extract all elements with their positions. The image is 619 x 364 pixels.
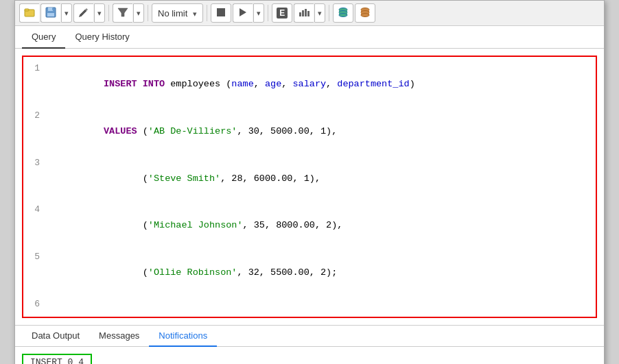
line-number-2: 2	[23, 108, 48, 123]
save-icon	[45, 7, 56, 20]
filter-group	[113, 3, 144, 23]
chart-group	[294, 3, 325, 23]
keyword-values: VALUES	[104, 126, 137, 136]
colname-dept: department_id	[337, 79, 409, 89]
explain-button[interactable]: E	[272, 3, 292, 23]
svg-rect-10	[302, 10, 304, 16]
line-code-3: ('Steve Smith', 28, 6000.00, 1),	[48, 156, 596, 203]
insert-result: INSERT 0 4	[22, 354, 92, 364]
run-group	[233, 3, 264, 23]
colname-salary: salary	[292, 79, 326, 89]
line-code-1: INSERT INTO employees (name, age, salary…	[48, 61, 596, 108]
no-limit-label: No limit	[158, 8, 187, 19]
chart-chevron-icon	[318, 9, 322, 18]
no-limit-chevron-icon	[193, 8, 197, 19]
save-button[interactable]	[40, 3, 60, 23]
run-chevron-icon	[257, 9, 261, 18]
line-code-2: VALUES ('AB De-Villiers', 30, 5000.00, 1…	[48, 108, 596, 156]
tab-data-output[interactable]: Data Output	[22, 326, 89, 347]
chart-icon	[299, 7, 310, 20]
separator-2	[148, 5, 148, 21]
svg-rect-1	[25, 9, 29, 11]
output-content: INSERT 0 4 Query returned successfully i…	[15, 347, 604, 364]
explain-icon: E	[277, 8, 288, 19]
stop-icon	[215, 7, 226, 20]
pencil-icon	[78, 7, 89, 20]
line-number-5: 5	[23, 250, 48, 265]
separator-4	[268, 5, 268, 21]
keyword-insert-into: INSERT INTO	[104, 79, 165, 89]
svg-rect-12	[307, 11, 310, 16]
db-icon-2	[360, 7, 371, 20]
chevron-down-icon	[65, 9, 69, 18]
line-number-1: 1	[23, 61, 48, 76]
edit-dropdown-arrow[interactable]	[94, 3, 105, 23]
svg-rect-4	[47, 13, 54, 16]
run-button[interactable]	[233, 3, 253, 23]
tab-query-history[interactable]: Query History	[65, 26, 139, 49]
toolbar: No limit	[15, 1, 604, 26]
svg-rect-3	[48, 8, 53, 11]
editor-area: 1 INSERT INTO employees (name, age, sala…	[15, 49, 604, 326]
separator-1	[108, 5, 109, 21]
tab-notifications[interactable]: Notifications	[149, 326, 217, 347]
code-line-1: 1 INSERT INTO employees (name, age, sala…	[23, 61, 596, 108]
svg-rect-9	[299, 12, 301, 16]
folder-icon	[24, 7, 35, 20]
code-line-4: 4 ('Michael Johnson', 35, 8000.00, 2),	[23, 202, 596, 250]
svg-rect-5	[52, 8, 54, 10]
line-code-6	[48, 297, 596, 313]
code-line-2: 2 VALUES ('AB De-Villiers', 30, 5000.00,…	[23, 108, 596, 156]
open-folder-button[interactable]	[19, 3, 39, 23]
output-tabs-bar: Data Output Messages Notifications	[15, 326, 604, 347]
code-line-3: 3 ('Steve Smith', 28, 6000.00, 1),	[23, 156, 596, 203]
chevron-down-icon	[137, 9, 141, 18]
filter-button[interactable]	[113, 3, 132, 23]
open-folder-group	[19, 3, 39, 23]
separator-5	[329, 5, 329, 21]
save-dropdown-arrow[interactable]	[61, 3, 72, 23]
db-icon-1	[338, 7, 349, 20]
string-steve: 'Steve Smith'	[148, 173, 220, 184]
chart-button[interactable]	[294, 3, 314, 23]
svg-marker-6	[118, 8, 128, 16]
edit-group	[73, 3, 105, 23]
line-number-6: 6	[23, 297, 48, 312]
query-tabs-bar: Query Query History	[15, 26, 604, 49]
db-button-1[interactable]	[333, 3, 353, 23]
line-number-3: 3	[23, 156, 48, 171]
edit-button[interactable]	[73, 3, 93, 23]
chevron-down-icon	[97, 9, 102, 18]
chart-dropdown-arrow[interactable]	[314, 3, 325, 23]
line-code-4: ('Michael Johnson', 35, 8000.00, 2),	[48, 202, 596, 250]
string-ollie: 'Ollie Robinson'	[148, 267, 237, 278]
run-icon	[237, 7, 248, 20]
svg-point-22	[361, 13, 369, 16]
tab-messages[interactable]: Messages	[89, 326, 149, 347]
svg-point-17	[339, 13, 347, 16]
string-ab: 'AB De-Villiers'	[148, 126, 237, 136]
code-line-5: 5 ('Ollie Robinson', 32, 5500.00, 2);	[23, 250, 596, 297]
svg-rect-7	[217, 8, 225, 16]
svg-rect-11	[305, 9, 307, 16]
string-michael: 'Michael Johnson'	[148, 220, 243, 230]
db-button-2[interactable]	[355, 3, 375, 23]
output-area: Data Output Messages Notifications INSER…	[15, 326, 604, 364]
code-line-6: 6	[23, 297, 596, 313]
save-group	[40, 3, 72, 23]
no-limit-select[interactable]: No limit	[152, 3, 203, 23]
svg-marker-8	[240, 8, 246, 16]
separator-3	[207, 5, 207, 21]
main-window: No limit	[14, 0, 605, 364]
stop-button[interactable]	[211, 3, 231, 23]
line-code-5: ('Ollie Robinson', 32, 5500.00, 2);	[48, 250, 596, 297]
colname-name: name	[231, 79, 253, 89]
code-editor[interactable]: 1 INSERT INTO employees (name, age, sala…	[22, 56, 597, 318]
run-dropdown-arrow[interactable]	[253, 3, 264, 23]
colname-age: age	[265, 79, 281, 89]
filter-dropdown-arrow[interactable]	[133, 3, 144, 23]
line-number-4: 4	[23, 202, 48, 217]
filter-icon	[117, 7, 128, 20]
tab-query[interactable]: Query	[22, 26, 65, 49]
